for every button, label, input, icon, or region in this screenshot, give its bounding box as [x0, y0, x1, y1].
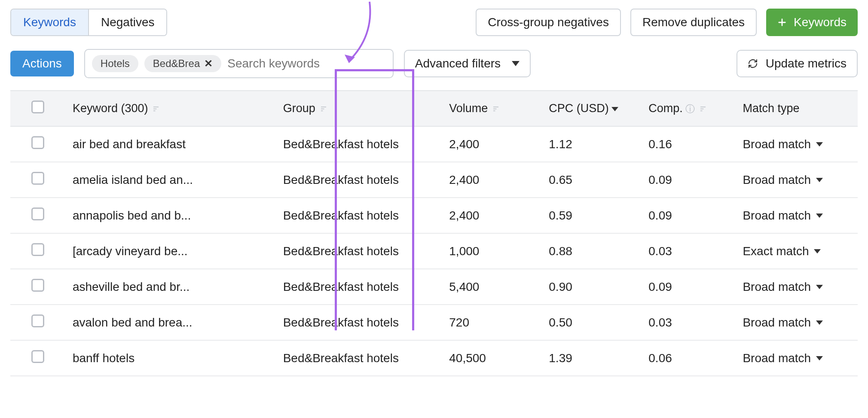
- cell-cpc: 1.39: [542, 340, 642, 376]
- select-all-checkbox[interactable]: [31, 101, 44, 113]
- chevron-down-icon: [814, 249, 821, 253]
- cross-group-negatives-button[interactable]: Cross-group negatives: [476, 9, 621, 36]
- col-group[interactable]: Group: [276, 91, 443, 126]
- col-cpc[interactable]: CPC (USD): [542, 91, 642, 126]
- col-keyword[interactable]: Keyword (300): [66, 91, 276, 126]
- cell-keyword[interactable]: [arcady vineyard be...: [66, 233, 276, 269]
- row-checkbox[interactable]: [31, 243, 44, 256]
- cell-keyword[interactable]: air bed and breakfast: [66, 126, 276, 162]
- table-row: air bed and breakfastBed&Breakfast hotel…: [10, 126, 858, 162]
- chevron-down-icon: [816, 356, 823, 360]
- match-type-label: Broad match: [743, 209, 811, 223]
- cell-group[interactable]: Bed&Breakfast hotels: [276, 305, 443, 340]
- cell-group[interactable]: Bed&Breakfast hotels: [276, 340, 443, 376]
- cell-volume: 2,400: [442, 162, 542, 198]
- row-checkbox[interactable]: [31, 314, 44, 327]
- search-input[interactable]: [227, 57, 386, 70]
- row-checkbox[interactable]: [31, 279, 44, 292]
- cell-comp: 0.06: [642, 340, 736, 376]
- cell-volume: 2,400: [442, 198, 542, 233]
- table-row: avalon bed and brea...Bed&Breakfast hote…: [10, 305, 858, 340]
- cell-group[interactable]: Bed&Breakfast hotels: [276, 162, 443, 198]
- filter-chip-bedbrea[interactable]: Bed&Brea ✕: [144, 55, 221, 72]
- table-row: amelia island bed an...Bed&Breakfast hot…: [10, 162, 858, 198]
- row-checkbox[interactable]: [31, 207, 44, 220]
- search-keywords-container[interactable]: Hotels Bed&Brea ✕: [84, 49, 394, 78]
- table-row: banff hotelsBed&Breakfast hotels40,5001.…: [10, 340, 858, 376]
- chevron-down-icon: [816, 320, 823, 325]
- chevron-down-icon: [611, 107, 618, 111]
- cell-keyword[interactable]: banff hotels: [66, 340, 276, 376]
- cell-keyword[interactable]: avalon bed and brea...: [66, 305, 276, 340]
- sort-icon: [699, 102, 707, 115]
- match-type-label: Broad match: [743, 316, 811, 330]
- filter-chip-hotels[interactable]: Hotels: [92, 55, 138, 72]
- col-match-type[interactable]: Match type: [736, 91, 858, 126]
- col-match-type-label: Match type: [743, 102, 799, 115]
- chevron-down-icon: [816, 285, 823, 289]
- chevron-down-icon: [816, 142, 823, 146]
- cell-match-type[interactable]: Broad match: [736, 198, 858, 233]
- cell-comp: 0.03: [642, 233, 736, 269]
- advanced-filters-label: Advanced filters: [415, 57, 501, 70]
- cell-match-type[interactable]: Broad match: [736, 340, 858, 376]
- col-volume-label: Volume: [449, 102, 488, 115]
- close-icon[interactable]: ✕: [204, 58, 213, 70]
- match-type-label: Broad match: [743, 351, 811, 365]
- col-volume[interactable]: Volume: [442, 91, 542, 126]
- sort-icon: [152, 102, 160, 115]
- match-type-label: Broad match: [743, 280, 811, 294]
- cell-cpc: 0.90: [542, 269, 642, 305]
- col-keyword-label: Keyword (300): [73, 102, 148, 115]
- cell-cpc: 0.59: [542, 198, 642, 233]
- cell-cpc: 0.65: [542, 162, 642, 198]
- cell-volume: 5,400: [442, 269, 542, 305]
- cell-keyword[interactable]: annapolis bed and b...: [66, 198, 276, 233]
- table-row: asheville bed and br...Bed&Breakfast hot…: [10, 269, 858, 305]
- row-checkbox[interactable]: [31, 350, 44, 363]
- cell-comp: 0.09: [642, 269, 736, 305]
- cell-group[interactable]: Bed&Breakfast hotels: [276, 126, 443, 162]
- cell-keyword[interactable]: amelia island bed an...: [66, 162, 276, 198]
- update-metrics-button[interactable]: Update metrics: [737, 50, 858, 77]
- cell-match-type[interactable]: Broad match: [736, 305, 858, 340]
- refresh-icon: [748, 58, 758, 69]
- cell-group[interactable]: Bed&Breakfast hotels: [276, 233, 443, 269]
- row-checkbox[interactable]: [31, 172, 44, 185]
- cell-comp: 0.09: [642, 198, 736, 233]
- update-metrics-label: Update metrics: [766, 57, 847, 70]
- tab-negatives[interactable]: Negatives: [88, 9, 167, 35]
- cell-volume: 2,400: [442, 126, 542, 162]
- col-comp-label: Comp.: [648, 102, 683, 115]
- cell-group[interactable]: Bed&Breakfast hotels: [276, 269, 443, 305]
- add-keywords-label: Keywords: [794, 15, 847, 29]
- filter-chip-label: Bed&Brea: [153, 58, 200, 70]
- cell-keyword[interactable]: asheville bed and br...: [66, 269, 276, 305]
- cell-comp: 0.16: [642, 126, 736, 162]
- actions-button[interactable]: Actions: [10, 51, 74, 76]
- cell-cpc: 0.50: [542, 305, 642, 340]
- remove-duplicates-button[interactable]: Remove duplicates: [630, 9, 757, 36]
- tab-keywords[interactable]: Keywords: [11, 9, 88, 35]
- row-checkbox[interactable]: [31, 136, 44, 149]
- cell-match-type[interactable]: Broad match: [736, 269, 858, 305]
- info-icon: ⓘ: [685, 103, 695, 116]
- chevron-down-icon: [816, 214, 823, 218]
- cell-group[interactable]: Bed&Breakfast hotels: [276, 198, 443, 233]
- cell-match-type[interactable]: Broad match: [736, 126, 858, 162]
- cell-match-type[interactable]: Exact match: [736, 233, 858, 269]
- cell-volume: 720: [442, 305, 542, 340]
- match-type-label: Broad match: [743, 137, 811, 151]
- chevron-down-icon: [512, 61, 520, 66]
- cell-cpc: 0.88: [542, 233, 642, 269]
- sort-icon: [492, 102, 500, 115]
- cell-volume: 1,000: [442, 233, 542, 269]
- chevron-down-icon: [816, 178, 823, 182]
- col-comp[interactable]: Comp.ⓘ: [642, 91, 736, 126]
- advanced-filters-button[interactable]: Advanced filters: [404, 50, 531, 77]
- table-row: annapolis bed and b...Bed&Breakfast hote…: [10, 198, 858, 233]
- table-row: [arcady vineyard be...Bed&Breakfast hote…: [10, 233, 858, 269]
- cell-match-type[interactable]: Broad match: [736, 162, 858, 198]
- add-keywords-button[interactable]: Keywords: [766, 9, 858, 36]
- sort-icon: [320, 102, 327, 115]
